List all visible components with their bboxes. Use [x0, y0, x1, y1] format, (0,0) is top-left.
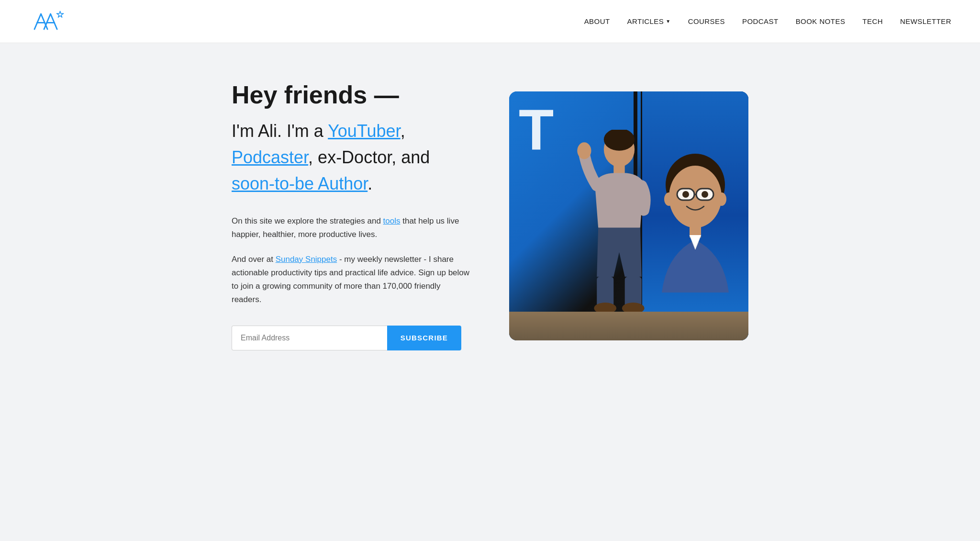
main-nav: ABOUT ARTICLES ▼ COURSES PODCAST BOOK NO… [584, 17, 951, 25]
nav-tech[interactable]: TECH [862, 17, 883, 25]
subscribe-form: SUBSCRIBE [232, 326, 461, 350]
hero-intro-line2: Podcaster, ex-Doctor, and [232, 147, 471, 169]
nav-courses[interactable]: COURSES [688, 17, 725, 25]
main-content: Hey friends — I'm Ali. I'm a YouTuber, P… [203, 43, 777, 398]
hero-intro-line3: soon-to-be Author. [232, 173, 471, 195]
stage-letter-t: T [519, 101, 554, 158]
youtuber-link[interactable]: YouTuber [328, 121, 400, 141]
presenter-figure [576, 130, 662, 312]
nav-articles[interactable]: ARTICLES ▼ [627, 17, 671, 25]
nav-book-notes[interactable]: BOOK NOTES [796, 17, 846, 25]
hero-text: Hey friends — I'm Ali. I'm a YouTuber, P… [232, 81, 471, 350]
svg-point-10 [664, 192, 674, 206]
tools-link[interactable]: tools [383, 216, 401, 225]
logo-area[interactable] [29, 7, 67, 36]
nav-newsletter[interactable]: NEWSLETTER [900, 17, 951, 25]
author-link[interactable]: soon-to-be Author [232, 174, 368, 193]
subscribe-button[interactable]: SUBSCRIBE [387, 326, 461, 350]
site-header: ABOUT ARTICLES ▼ COURSES PODCAST BOOK NO… [0, 0, 980, 43]
nav-podcast[interactable]: PODCAST [742, 17, 779, 25]
hero-description2: And over at Sunday Snippets - my weekly … [232, 253, 471, 306]
sunday-snippets-link[interactable]: Sunday Snippets [276, 255, 337, 264]
svg-point-15 [577, 142, 591, 159]
nav-about[interactable]: ABOUT [584, 17, 610, 25]
hero-image: T [509, 91, 748, 340]
articles-dropdown-icon: ▼ [666, 19, 670, 24]
svg-point-7 [682, 191, 689, 198]
podcaster-link[interactable]: Podcaster [232, 147, 308, 167]
hero-description1: On this site we explore the strategies a… [232, 214, 471, 241]
site-logo[interactable] [29, 7, 67, 36]
hero-image-area: T [509, 91, 748, 340]
svg-point-11 [717, 192, 726, 206]
email-input[interactable] [232, 326, 387, 350]
hero-headline: Hey friends — [232, 81, 471, 109]
stage-floor [509, 312, 748, 340]
hero-intro-line1: I'm Ali. I'm a YouTuber, [232, 120, 471, 143]
svg-point-8 [702, 191, 708, 198]
